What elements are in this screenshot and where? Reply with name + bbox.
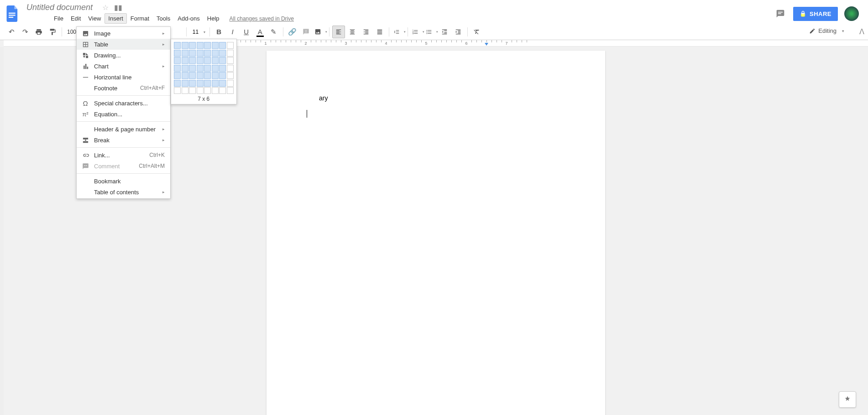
bulleted-list-button[interactable] (424, 26, 437, 38)
insert-menu-footnote[interactable]: FootnoteCtrl+Alt+F (77, 83, 170, 93)
table-cell[interactable] (182, 72, 188, 79)
table-cell[interactable] (227, 50, 234, 57)
underline-button[interactable]: U (240, 26, 253, 38)
table-cell[interactable] (174, 72, 181, 79)
table-cell[interactable] (212, 72, 219, 79)
table-cell[interactable] (189, 57, 196, 64)
table-cell[interactable] (204, 87, 211, 94)
table-cell[interactable] (174, 57, 181, 64)
comments-button[interactable] (774, 8, 787, 19)
insert-menu-chart[interactable]: Chart▸ (77, 61, 170, 72)
table-cell[interactable] (204, 57, 211, 64)
table-cell[interactable] (174, 80, 181, 87)
line-spacing-button[interactable] (392, 26, 405, 38)
table-cell[interactable] (197, 42, 204, 49)
numbered-list-button[interactable] (411, 26, 424, 38)
table-cell[interactable] (182, 80, 188, 87)
table-cell[interactable] (189, 65, 196, 72)
table-cell[interactable] (204, 65, 211, 72)
table-cell[interactable] (219, 57, 226, 64)
table-cell[interactable] (189, 87, 196, 94)
document-title[interactable]: Untitled document (24, 2, 95, 13)
menu-help[interactable]: Help (204, 13, 223, 24)
mode-select[interactable]: Editing (805, 26, 849, 36)
table-cell[interactable] (182, 42, 188, 49)
insert-menu-link-[interactable]: Link...Ctrl+K (77, 150, 170, 161)
text-color-button[interactable]: A (254, 26, 267, 38)
paint-format-button[interactable] (46, 26, 59, 38)
menu-add-ons[interactable]: Add-ons (174, 13, 203, 24)
menu-view[interactable]: View (84, 13, 105, 24)
menu-format[interactable]: Format (127, 13, 153, 24)
insert-menu-image[interactable]: Image▸ (77, 28, 170, 39)
table-cell[interactable] (197, 80, 204, 87)
insert-menu-break[interactable]: Break▸ (77, 135, 170, 145)
table-cell[interactable] (204, 80, 211, 87)
table-cell[interactable] (197, 57, 204, 64)
table-cell[interactable] (189, 50, 196, 57)
table-cell[interactable] (204, 72, 211, 79)
table-cell[interactable] (182, 57, 188, 64)
bold-button[interactable]: B (213, 26, 225, 38)
table-cell[interactable] (174, 50, 181, 57)
clear-formatting-button[interactable] (471, 26, 483, 38)
highlight-button[interactable]: ✎ (267, 26, 280, 38)
table-cell[interactable] (212, 80, 219, 87)
redo-button[interactable]: ↷ (19, 26, 31, 38)
docs-logo[interactable] (4, 5, 22, 23)
table-cell[interactable] (219, 65, 226, 72)
align-left-button[interactable] (332, 26, 345, 38)
table-cell[interactable] (197, 65, 204, 72)
table-cell[interactable] (182, 87, 188, 94)
share-button[interactable]: SHARE (793, 7, 838, 21)
table-cell[interactable] (197, 50, 204, 57)
table-cell[interactable] (227, 65, 234, 72)
insert-menu-special-characters-[interactable]: ΩSpecial characters... (77, 98, 170, 109)
table-cell[interactable] (212, 65, 219, 72)
table-cell[interactable] (212, 50, 219, 57)
expand-button[interactable]: ᐱ (859, 27, 864, 36)
insert-menu-drawing-[interactable]: Drawing... (77, 50, 170, 61)
star-icon[interactable]: ☆ (102, 3, 109, 12)
table-cell[interactable] (197, 87, 204, 94)
table-cell[interactable] (219, 50, 226, 57)
insert-comment-button[interactable] (300, 26, 313, 38)
table-cell[interactable] (204, 50, 211, 57)
table-cell[interactable] (182, 65, 188, 72)
folder-icon[interactable]: ▮▮ (114, 3, 122, 12)
table-cell[interactable] (174, 42, 181, 49)
insert-image-button[interactable] (314, 26, 326, 38)
table-cell[interactable] (197, 72, 204, 79)
table-cell[interactable] (227, 57, 234, 64)
table-cell[interactable] (212, 87, 219, 94)
table-cell[interactable] (174, 87, 181, 94)
insert-menu-header-page-number[interactable]: Header & page number▸ (77, 124, 170, 135)
insert-menu-table[interactable]: Table▸ (77, 39, 170, 50)
table-cell[interactable] (204, 42, 211, 49)
menu-tools[interactable]: Tools (153, 13, 174, 24)
table-cell[interactable] (227, 72, 234, 79)
table-cell[interactable] (227, 42, 234, 49)
document-text[interactable]: ary (319, 94, 328, 102)
increase-indent-button[interactable] (452, 26, 465, 38)
table-cell[interactable] (212, 42, 219, 49)
save-status[interactable]: All changes saved in Drive (230, 16, 294, 22)
table-cell[interactable] (189, 80, 196, 87)
table-cell[interactable] (227, 87, 234, 94)
insert-menu-equation-[interactable]: π²Equation... (77, 109, 170, 119)
table-cell[interactable] (174, 65, 181, 72)
align-justify-button[interactable] (373, 26, 386, 38)
insert-menu-horizontal-line[interactable]: Horizontal line (77, 72, 170, 83)
decrease-indent-button[interactable] (438, 26, 451, 38)
italic-button[interactable]: I (226, 26, 239, 38)
vertical-ruler[interactable] (0, 47, 4, 415)
align-right-button[interactable] (360, 26, 372, 38)
explore-button[interactable] (839, 391, 856, 408)
align-center-button[interactable] (346, 26, 359, 38)
table-cell[interactable] (189, 42, 196, 49)
table-cell[interactable] (219, 87, 226, 94)
table-cell[interactable] (182, 50, 188, 57)
menu-file[interactable]: File (50, 13, 67, 24)
insert-menu-bookmark[interactable]: Bookmark (77, 176, 170, 187)
table-cell[interactable] (212, 57, 219, 64)
